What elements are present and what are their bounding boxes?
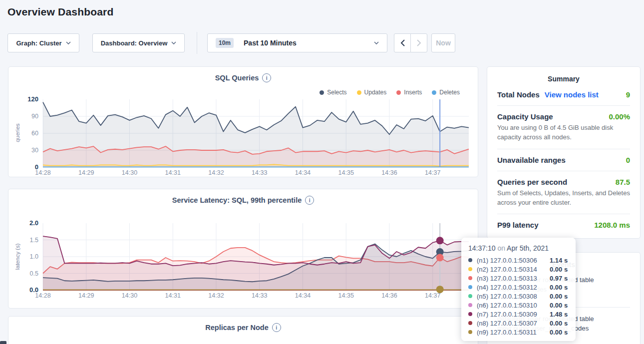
svg-text:14:31: 14:31 bbox=[165, 292, 181, 299]
svg-text:14:34: 14:34 bbox=[295, 169, 311, 176]
series-color-dot-icon bbox=[468, 276, 472, 280]
tooltip-row: (n1) 127.0.0.1:503061.14 s bbox=[468, 256, 569, 265]
svg-text:14:35: 14:35 bbox=[338, 169, 354, 176]
svg-text:14:34: 14:34 bbox=[295, 292, 311, 299]
summary-label: Total Nodes bbox=[497, 90, 540, 99]
chart-hover-tooltip: 14:37:10 on Apr 5th, 2021 (n1) 127.0.0.1… bbox=[461, 238, 576, 341]
summary-value: 0 bbox=[626, 156, 630, 164]
summary-title: Summary bbox=[487, 67, 640, 83]
time-range-picker[interactable]: 10m Past 10 Minutes bbox=[207, 33, 387, 52]
summary-row: Queries per second87.5 bbox=[497, 171, 630, 186]
service-latency-chart[interactable]: 14:2814:2914:3014:3114:3214:3314:3414:35… bbox=[8, 189, 479, 309]
svg-text:14:32: 14:32 bbox=[208, 169, 224, 176]
svg-text:14:32: 14:32 bbox=[208, 292, 224, 299]
tooltip-node-value: 0.00 s bbox=[550, 320, 568, 327]
svg-text:2.0: 2.0 bbox=[29, 219, 38, 227]
graph-dropdown[interactable]: Graph: Cluster bbox=[7, 33, 79, 52]
summary-label: P99 latency bbox=[497, 221, 539, 229]
tooltip-node-value: 0.00 s bbox=[550, 329, 568, 336]
time-prev-button[interactable] bbox=[394, 33, 411, 52]
tooltip-row: (n6) 127.0.0.1:503100.00 s bbox=[468, 301, 569, 310]
svg-text:120: 120 bbox=[27, 95, 38, 103]
tooltip-node-value: 0.00 s bbox=[550, 293, 568, 300]
now-button[interactable]: Now bbox=[431, 33, 455, 52]
chevron-right-icon bbox=[417, 39, 421, 46]
tooltip-node-value: 0.00 s bbox=[550, 266, 568, 273]
series-color-dot-icon bbox=[468, 330, 472, 334]
summary-description: You are using 0 B of 4.5 GiB usable disk… bbox=[497, 121, 630, 142]
tooltip-node-name: (n2) 127.0.0.1:50314 bbox=[477, 266, 550, 273]
page-title: Overview Dashboard bbox=[7, 6, 114, 18]
tooltip-node-value: 0.00 s bbox=[550, 284, 568, 291]
svg-text:60: 60 bbox=[31, 130, 38, 137]
sql-queries-chart[interactable]: 14:2814:2914:3014:3114:3214:3314:3414:35… bbox=[8, 67, 479, 178]
tooltip-node-value: 1.48 s bbox=[550, 311, 568, 318]
chevron-left-icon bbox=[400, 39, 405, 46]
svg-text:14:30: 14:30 bbox=[122, 169, 137, 176]
tooltip-timestamp: 14:37:10 on Apr 5th, 2021 bbox=[468, 244, 569, 252]
dashboard-dropdown[interactable]: Dashboard: Overview bbox=[92, 33, 185, 52]
sql-queries-chart-card: SQL Queries i SelectsUpdatesInsertsDelet… bbox=[8, 66, 478, 177]
series-color-dot-icon bbox=[468, 312, 472, 316]
summary-value: 87.5 bbox=[616, 178, 630, 186]
summary-label: Capacity Usage bbox=[497, 112, 553, 121]
time-next-button[interactable] bbox=[410, 33, 427, 52]
svg-text:30: 30 bbox=[31, 147, 38, 154]
tooltip-row: (n7) 127.0.0.1:503091.48 s bbox=[468, 310, 569, 319]
tooltip-node-name: (n4) 127.0.0.1:50312 bbox=[477, 284, 550, 291]
time-range-badge: 10m bbox=[216, 38, 234, 48]
series-color-dot-icon bbox=[468, 285, 472, 289]
summary-value: 9 bbox=[626, 90, 630, 99]
summary-row: Unavailable ranges0 bbox=[497, 149, 630, 164]
svg-text:14:31: 14:31 bbox=[165, 169, 181, 176]
series-color-dot-icon bbox=[468, 321, 472, 325]
tooltip-node-name: (n5) 127.0.0.1:50308 bbox=[477, 293, 550, 300]
svg-text:1.5: 1.5 bbox=[30, 237, 38, 244]
dashboard-dropdown-label: Dashboard: Overview bbox=[101, 39, 168, 47]
tooltip-node-name: (n6) 127.0.0.1:50310 bbox=[477, 302, 550, 309]
svg-text:14:30: 14:30 bbox=[122, 292, 137, 299]
svg-text:0.5: 0.5 bbox=[30, 270, 38, 277]
tooltip-row: (n8) 127.0.0.1:503070.00 s bbox=[468, 319, 569, 328]
graph-dropdown-label: Graph: Cluster bbox=[16, 39, 61, 47]
tooltip-node-name: (n7) 127.0.0.1:50309 bbox=[477, 311, 550, 318]
series-color-dot-icon bbox=[468, 294, 472, 298]
tooltip-node-name: (n1) 127.0.0.1:50306 bbox=[477, 257, 550, 264]
summary-items: Total NodesView nodes list9Capacity Usag… bbox=[487, 83, 640, 229]
tooltip-row: (n4) 127.0.0.1:503120.00 s bbox=[468, 283, 569, 292]
summary-value: 1208.0 ms bbox=[594, 221, 630, 229]
view-nodes-link[interactable]: View nodes list bbox=[545, 90, 599, 99]
series-color-dot-icon bbox=[468, 267, 472, 271]
tooltip-row: (n5) 127.0.0.1:503080.00 s bbox=[468, 292, 569, 301]
time-range-label: Past 10 Minutes bbox=[244, 39, 297, 47]
tooltip-node-value: 0.00 s bbox=[550, 302, 568, 309]
tooltip-row: (n3) 127.0.0.1:503130.97 s bbox=[468, 274, 569, 283]
tooltip-node-name: (n8) 127.0.0.1:50307 bbox=[477, 320, 550, 327]
info-icon[interactable]: i bbox=[272, 323, 281, 332]
toolbar-divider bbox=[197, 32, 197, 54]
summary-row: Capacity Usage0.00% bbox=[497, 106, 630, 121]
svg-text:90: 90 bbox=[31, 113, 38, 120]
replicas-per-node-chart-card: Replicas per Node i bbox=[8, 316, 478, 344]
tooltip-node-value: 0.97 s bbox=[550, 275, 568, 282]
summary-label: Unavailable ranges bbox=[497, 156, 566, 164]
clipped-element bbox=[0, 341, 6, 344]
tooltip-row: (n9) 127.0.0.1:503110.00 s bbox=[468, 328, 569, 337]
series-color-dot-icon bbox=[468, 258, 472, 262]
overview-dashboard-page: Overview Dashboard Graph: Cluster Dashbo… bbox=[0, 0, 644, 344]
chevron-down-icon bbox=[66, 41, 71, 44]
svg-text:14:33: 14:33 bbox=[252, 292, 267, 299]
service-latency-chart-card: Service Latency: SQL, 99th percentile i … bbox=[8, 189, 478, 309]
svg-text:0: 0 bbox=[35, 163, 38, 171]
summary-description: Sum of Selects, Updates, Inserts, and De… bbox=[497, 186, 630, 208]
svg-text:14:29: 14:29 bbox=[78, 292, 94, 299]
svg-text:14:35: 14:35 bbox=[338, 292, 354, 299]
svg-text:0.0: 0.0 bbox=[29, 286, 38, 294]
chevron-down-icon bbox=[374, 41, 379, 44]
svg-text:14:36: 14:36 bbox=[381, 169, 397, 176]
summary-row: P99 latency1208.0 ms bbox=[497, 214, 630, 229]
svg-text:14:37: 14:37 bbox=[425, 292, 440, 299]
summary-label: Queries per second bbox=[497, 178, 567, 186]
tooltip-node-name: (n3) 127.0.0.1:50313 bbox=[477, 275, 550, 282]
chevron-down-icon bbox=[171, 41, 176, 44]
